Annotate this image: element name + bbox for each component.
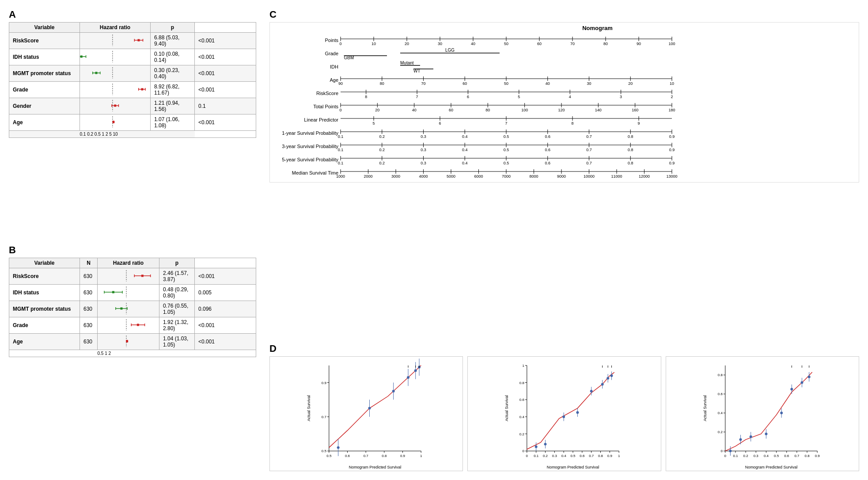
svg-rect-14 (95, 72, 97, 74)
svg-text:0.7: 0.7 (586, 148, 592, 152)
n-cell: 630 (80, 268, 98, 285)
p-value-cell: <0.001 (195, 317, 256, 334)
svg-point-261 (337, 446, 340, 449)
svg-text:0.4: 0.4 (519, 415, 525, 419)
hr-value-cell: 2.46 (1.57, 3.87) (159, 268, 195, 285)
svg-point-369 (739, 438, 742, 441)
svg-text:90: 90 (338, 81, 343, 86)
svg-point-324 (601, 383, 604, 385)
nomo-scale-svg: 0102030405060708090100 (341, 34, 672, 46)
svg-text:0.4: 0.4 (462, 161, 468, 165)
hr-plot-cell (98, 268, 159, 285)
nomo-row: Points0102030405060708090100 (341, 34, 854, 46)
svg-text:0.5: 0.5 (571, 454, 576, 458)
svg-text:80: 80 (380, 81, 384, 86)
nomo-scale-svg: 102030405060708090 (341, 74, 672, 86)
svg-text:0.8: 0.8 (628, 161, 633, 165)
nomogram-title: Nomogram (341, 25, 854, 31)
svg-text:60: 60 (462, 81, 467, 86)
svg-text:60: 60 (449, 108, 453, 112)
svg-point-377 (790, 388, 793, 391)
svg-text:1: 1 (618, 454, 620, 458)
svg-text:3000: 3000 (391, 174, 400, 179)
forest-plot-svg (98, 269, 155, 282)
svg-rect-24 (114, 104, 116, 107)
svg-text:LGG: LGG (445, 48, 455, 53)
svg-point-263 (368, 407, 371, 410)
svg-text:Nomogram Predicted Survival: Nomogram Predicted Survival (349, 465, 402, 469)
svg-text:0: 0 (720, 449, 723, 453)
svg-text:0.6: 0.6 (784, 454, 789, 458)
svg-text:0.6: 0.6 (545, 161, 550, 165)
panel-c-label: C (269, 9, 859, 20)
variable-cell: MGMT promoter status (9, 301, 80, 317)
variable-cell: Gender (9, 98, 80, 114)
svg-text:0.8: 0.8 (598, 454, 603, 458)
nomo-row: Linear Predictor56789 (341, 114, 854, 126)
nomo-row: 1-year Survival Probability0.10.20.30.40… (341, 127, 854, 139)
svg-text:0.2: 0.2 (379, 148, 385, 152)
svg-point-267 (407, 376, 409, 379)
svg-text:40: 40 (471, 42, 475, 46)
nomo-row-label: Points (272, 38, 338, 43)
table-row: MGMT promoter status6300.76 (0.55, 1.05)… (9, 301, 256, 317)
svg-text:3: 3 (620, 95, 622, 99)
panel-d: D 0.50.60.70.80.910.50.70.9Nomogram Pred… (269, 343, 859, 471)
col-variable-b: Variable (9, 258, 80, 268)
svg-text:100: 100 (668, 42, 675, 46)
nomo-row-label: Median Survival Time (272, 170, 338, 175)
svg-text:0.7: 0.7 (364, 454, 368, 458)
svg-text:0: 0 (339, 42, 341, 46)
p-value-cell: <0.001 (195, 65, 256, 82)
svg-point-265 (392, 390, 395, 392)
p-value-cell: 0.005 (195, 285, 256, 301)
axis-row: 0.5 1 2 (9, 350, 256, 357)
svg-text:0: 0 (526, 454, 528, 458)
svg-point-269 (414, 369, 417, 372)
svg-rect-44 (120, 307, 122, 309)
svg-text:5: 5 (372, 121, 375, 126)
svg-text:0.3: 0.3 (552, 454, 557, 458)
forest-plot-svg (80, 99, 146, 112)
svg-text:0.6: 0.6 (718, 392, 723, 396)
col-n-b: N (80, 258, 98, 268)
svg-text:0.5: 0.5 (322, 449, 327, 453)
nomo-scale-svg: 56789 (341, 114, 672, 126)
svg-text:0.8: 0.8 (628, 148, 633, 152)
table-row: Gender1.21 (0.94, 1.56)0.1 (9, 98, 256, 114)
nomo-row: Total Points020406080100120140160180 (341, 100, 854, 113)
svg-text:5000: 5000 (447, 174, 455, 179)
svg-text:0.7: 0.7 (586, 134, 592, 139)
svg-point-379 (800, 381, 803, 384)
hr-value-cell: 1.21 (0.94, 1.56) (151, 98, 195, 114)
svg-point-328 (610, 374, 613, 377)
col-p-a: p (151, 23, 195, 33)
svg-point-367 (729, 450, 732, 452)
hr-plot-cell (80, 114, 151, 131)
svg-rect-54 (126, 340, 128, 342)
svg-text:1: 1 (420, 454, 422, 458)
svg-text:13000: 13000 (666, 174, 677, 179)
forest-plot-svg (80, 34, 146, 47)
table-row: RiskScore6302.46 (1.57, 3.87)<0.001 (9, 268, 256, 285)
n-cell: 630 (80, 285, 98, 301)
variable-cell: RiskScore (9, 33, 80, 49)
svg-text:0.8: 0.8 (718, 373, 723, 377)
svg-text:0.1: 0.1 (733, 454, 738, 458)
svg-rect-29 (112, 121, 114, 123)
hr-value-cell: 0.30 (0.23, 0.40) (151, 65, 195, 82)
hr-value-cell: 1.04 (1.03, 1.05) (159, 334, 195, 350)
svg-text:11000: 11000 (611, 174, 622, 179)
svg-text:20: 20 (405, 42, 409, 46)
p-value-cell: <0.001 (195, 334, 256, 350)
svg-text:0.4: 0.4 (462, 148, 468, 152)
svg-text:7: 7 (505, 121, 507, 126)
svg-point-316 (544, 443, 547, 446)
svg-text:0.7: 0.7 (589, 454, 594, 458)
nomo-row-label: 5-year Survival Probability (272, 157, 338, 162)
nomo-row: 5-year Survival Probability0.10.20.30.40… (341, 153, 854, 166)
p-value-cell: <0.001 (195, 82, 256, 98)
svg-point-322 (590, 390, 593, 392)
forest-plot-svg (80, 115, 146, 129)
svg-text:0.6: 0.6 (345, 454, 350, 458)
